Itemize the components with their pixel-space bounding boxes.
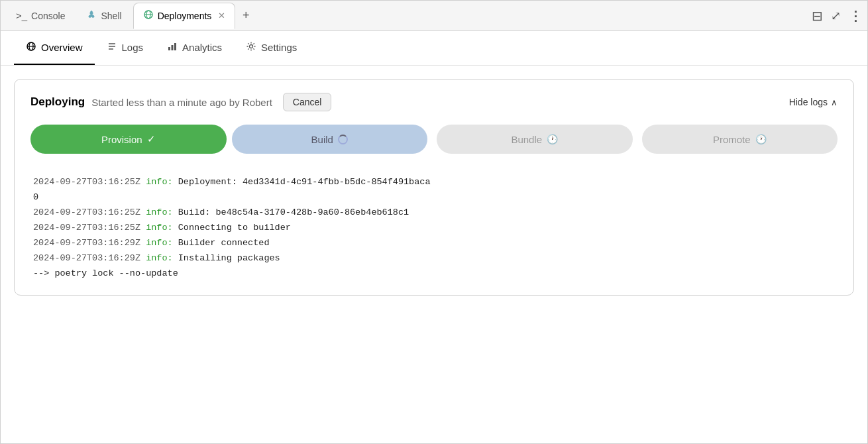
deploy-header: Deploying Started less than a minute ago…: [30, 93, 838, 111]
nav-settings-label: Settings: [261, 42, 297, 53]
promote-label: Promote: [713, 134, 751, 145]
log-line-7: --> poetry lock --no-update: [33, 266, 835, 282]
main-content: Deploying Started less than a minute ago…: [1, 66, 867, 444]
shell-icon: [86, 9, 97, 22]
settings-icon: [246, 41, 256, 54]
hide-logs-button[interactable]: Hide logs ∧: [789, 97, 838, 107]
overview-icon: [26, 41, 36, 54]
build-label: Build: [311, 134, 333, 145]
deployments-icon: [143, 9, 154, 22]
deploy-title: Deploying: [30, 95, 85, 109]
tab-shell-label: Shell: [101, 11, 121, 21]
layout-button[interactable]: ⊟: [812, 8, 823, 24]
log-area: 2024-09-27T03:16:25Z info: Deployment: 4…: [30, 170, 838, 282]
nav-item-settings[interactable]: Settings: [234, 31, 309, 65]
log-line-2: 0: [33, 190, 835, 205]
tab-shell[interactable]: Shell: [76, 3, 131, 29]
promote-clock-icon: 🕐: [755, 134, 767, 144]
svg-rect-10: [172, 45, 174, 50]
log-line-6: 2024-09-27T03:16:29Z info: Installing pa…: [33, 251, 835, 266]
tab-deployments[interactable]: Deployments ✕: [133, 3, 236, 29]
tab-deployments-label: Deployments: [158, 11, 212, 21]
nav-overview-label: Overview: [41, 42, 83, 53]
nav-item-overview[interactable]: Overview: [14, 31, 95, 65]
tab-bar-actions: ⊟ ⤢ ⋮: [812, 8, 862, 24]
log-line-4: 2024-09-27T03:16:25Z info: Connecting to…: [33, 221, 835, 236]
expand-button[interactable]: ⤢: [831, 9, 841, 23]
chevron-up-icon: ∧: [831, 97, 838, 107]
nav-item-analytics[interactable]: Analytics: [155, 31, 234, 65]
cancel-button[interactable]: Cancel: [283, 93, 332, 111]
nav-logs-label: Logs: [122, 42, 144, 53]
deploy-card: Deploying Started less than a minute ago…: [14, 79, 854, 296]
nav-analytics-label: Analytics: [182, 42, 222, 53]
step-build: Build: [232, 125, 428, 154]
console-icon: >_: [16, 10, 27, 21]
analytics-icon: [167, 41, 178, 54]
step-provision: Provision ✓: [30, 125, 227, 154]
new-tab-button[interactable]: +: [237, 7, 255, 25]
build-spinner-icon: [338, 135, 348, 144]
log-line-1: 2024-09-27T03:16:25Z info: Deployment: 4…: [33, 175, 835, 190]
step-promote: Promote 🕐: [642, 125, 838, 154]
provision-check-icon: ✓: [147, 133, 156, 145]
bundle-clock-icon: 🕐: [547, 134, 558, 144]
hide-logs-label: Hide logs: [789, 97, 828, 107]
svg-rect-11: [174, 43, 176, 50]
log-line-3: 2024-09-27T03:16:25Z info: Build: be48c5…: [33, 205, 835, 221]
bundle-label: Bundle: [511, 134, 542, 145]
logs-icon: [107, 41, 117, 54]
progress-steps: Provision ✓ Build Bundle 🕐 Promote 🕐: [30, 125, 838, 154]
tab-console-label: Console: [31, 11, 65, 21]
new-tab-icon: +: [243, 9, 250, 23]
close-tab-button[interactable]: ✕: [218, 11, 225, 21]
step-bundle: Bundle 🕐: [437, 125, 633, 154]
log-line-5: 2024-09-27T03:16:29Z info: Builder conne…: [33, 236, 835, 251]
tab-bar: >_ Console Shell Deployments ✕ + ⊟ ⤢: [1, 1, 867, 31]
more-button[interactable]: ⋮: [849, 8, 862, 24]
provision-label: Provision: [101, 134, 142, 145]
svg-point-12: [250, 44, 253, 48]
tab-console[interactable]: >_ Console: [6, 3, 75, 29]
nav-bar: Overview Logs Analytics Se: [1, 31, 867, 66]
svg-rect-9: [168, 47, 170, 50]
nav-item-logs[interactable]: Logs: [95, 31, 156, 65]
deploy-subtitle: Started less than a minute ago by Robert: [91, 97, 272, 108]
